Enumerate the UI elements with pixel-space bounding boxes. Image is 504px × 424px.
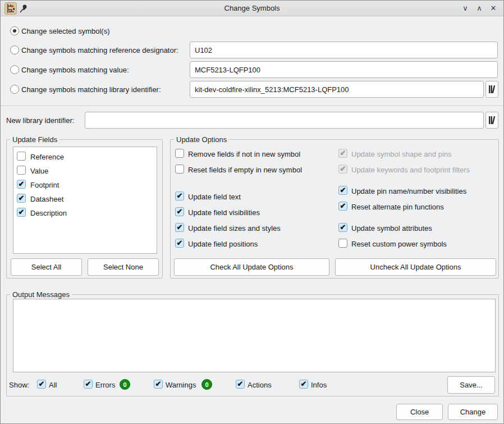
field-checkbox-description[interactable] <box>17 208 26 217</box>
output-messages-title: Output Messages <box>10 290 72 299</box>
window-title: Change Symbols <box>1 4 503 12</box>
browse-new-library-button[interactable] <box>485 112 498 129</box>
update-options-group: Update Options Remove fields if not in n… <box>170 139 499 279</box>
option-checkbox-update-field-text[interactable] <box>175 192 184 200</box>
filter-checkbox-all[interactable] <box>37 380 46 389</box>
check-all-options-button[interactable]: Check All Update Options <box>174 258 329 276</box>
option-label-reset-alternate-pins: Reset alternate pin functions <box>351 203 444 211</box>
radio-change-selected-label: Change selected symbol(s) <box>21 27 110 35</box>
save-button[interactable]: Save... <box>447 376 495 394</box>
change-button[interactable]: Change <box>448 404 498 420</box>
option-checkbox-reset-fields[interactable] <box>175 165 184 174</box>
filter-checkbox-infos[interactable] <box>299 380 308 389</box>
separator <box>1 106 504 107</box>
filter-label-actions: Actions <box>248 381 272 389</box>
maximize-icon[interactable]: ∧ <box>474 3 485 13</box>
library-identifier-input[interactable] <box>190 81 484 98</box>
option-label-update-field-sizes: Update field sizes and styles <box>188 224 281 232</box>
select-none-button[interactable]: Select None <box>88 258 159 276</box>
option-checkbox-reset-alternate-pins[interactable] <box>338 202 347 211</box>
option-label-update-keywords: Update keywords and footprint filters <box>351 166 470 174</box>
option-label-reset-custom-power: Reset custom power symbols <box>351 240 447 248</box>
change-symbols-dialog: Change Symbols ∨ ∧ ✕ Change selected sym… <box>0 0 504 424</box>
browse-library-button[interactable] <box>485 81 498 98</box>
close-button[interactable]: Close <box>396 404 443 420</box>
field-checkbox-value[interactable] <box>17 166 26 175</box>
filter-checkbox-warnings[interactable] <box>154 380 163 389</box>
field-label-datasheet: Datasheet <box>30 195 63 203</box>
option-checkbox-update-field-visibilities[interactable] <box>175 207 184 216</box>
update-fields-list[interactable]: Reference Value Footprint Datasheet Desc… <box>13 147 157 254</box>
radio-match-value-label: Change symbols matching value: <box>21 66 129 74</box>
filter-checkbox-actions[interactable] <box>236 380 245 389</box>
filter-label-errors: Errors <box>95 381 115 389</box>
library-books-icon <box>488 85 496 94</box>
radio-match-value[interactable] <box>10 65 19 74</box>
option-checkbox-update-symbol-shape <box>338 149 347 158</box>
option-label-update-field-positions: Update field positions <box>188 240 258 248</box>
option-label-update-pin-visibilities: Update pin name/number visibilities <box>351 187 466 195</box>
option-label-update-field-text: Update field text <box>188 193 241 201</box>
output-messages-panel[interactable] <box>13 299 496 372</box>
field-checkbox-footprint[interactable] <box>17 180 26 189</box>
minimize-icon[interactable]: ∨ <box>460 3 471 13</box>
value-input[interactable] <box>190 61 498 78</box>
library-books-icon <box>488 116 496 125</box>
titlebar[interactable]: Change Symbols ∨ ∧ ✕ <box>1 1 503 16</box>
filter-label-all: All <box>49 381 57 389</box>
radio-match-reference[interactable] <box>10 45 19 54</box>
warnings-count-badge: 0 <box>201 379 212 390</box>
filter-label-infos: Infos <box>311 381 327 389</box>
option-checkbox-update-pin-visibilities[interactable] <box>338 186 347 195</box>
field-label-reference: Reference <box>30 153 64 161</box>
output-messages-group: Output Messages Show: All Errors 0 Warni… <box>6 294 499 396</box>
new-library-input[interactable] <box>85 112 484 129</box>
option-checkbox-remove-fields[interactable] <box>175 149 184 158</box>
option-checkbox-update-symbol-attributes[interactable] <box>338 223 347 232</box>
update-fields-title: Update Fields <box>10 135 59 144</box>
update-fields-group: Update Fields Reference Value Footprint … <box>6 139 163 279</box>
option-label-update-symbol-shape: Update symbol shape and pins <box>351 150 452 158</box>
field-checkbox-reference[interactable] <box>17 152 26 161</box>
new-library-label: New library identifier: <box>6 116 74 125</box>
errors-count-badge: 0 <box>120 379 130 390</box>
option-label-update-symbol-attributes: Update symbol attributes <box>351 224 432 232</box>
field-label-description: Description <box>30 209 67 217</box>
option-checkbox-update-field-positions[interactable] <box>175 239 184 248</box>
option-label-remove-fields: Remove fields if not in new symbol <box>188 150 300 158</box>
field-label-value: Value <box>30 167 48 175</box>
uncheck-all-options-button[interactable]: Uncheck All Update Options <box>335 258 496 276</box>
field-label-footprint: Footprint <box>30 181 59 189</box>
radio-change-selected[interactable] <box>10 26 19 35</box>
option-checkbox-update-field-sizes[interactable] <box>175 223 184 232</box>
option-label-reset-fields: Reset fields if empty in new symbol <box>188 166 302 174</box>
update-options-title: Update Options <box>174 135 229 144</box>
radio-match-reference-label: Change symbols matching reference design… <box>21 46 178 54</box>
select-all-button[interactable]: Select All <box>11 258 82 276</box>
option-label-update-field-visibilities: Update field visibilities <box>188 208 260 217</box>
close-icon[interactable]: ✕ <box>488 3 499 13</box>
radio-match-library-id-label: Change symbols matching library identifi… <box>21 85 161 94</box>
field-checkbox-datasheet[interactable] <box>17 194 26 203</box>
reference-designator-input[interactable] <box>190 42 498 58</box>
filter-checkbox-errors[interactable] <box>84 380 93 389</box>
filter-label-warnings: Warnings <box>166 381 196 389</box>
option-checkbox-reset-custom-power[interactable] <box>338 239 347 248</box>
radio-match-library-id[interactable] <box>10 85 19 94</box>
option-checkbox-update-keywords <box>338 165 347 174</box>
show-label: Show: <box>9 381 29 389</box>
